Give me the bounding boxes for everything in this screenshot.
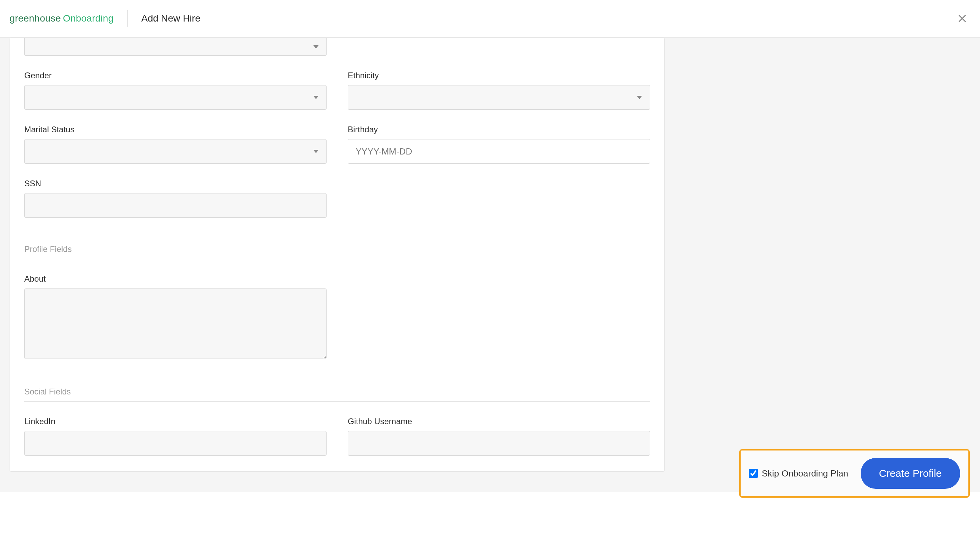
about-label: About [24, 274, 326, 284]
birthday-input[interactable] [348, 139, 650, 164]
close-button[interactable] [956, 12, 968, 25]
gender-select[interactable] [24, 85, 326, 110]
skip-onboarding-checkbox[interactable] [749, 469, 758, 478]
marital-status-select[interactable] [24, 139, 326, 164]
ssn-label: SSN [24, 179, 326, 188]
brand-divider [127, 10, 127, 27]
footer-actions: Skip Onboarding Plan Create Profile [739, 449, 970, 498]
unknown-select-clipped[interactable] [24, 38, 326, 56]
create-profile-button[interactable]: Create Profile [861, 458, 960, 489]
section-social-fields: Social Fields [24, 387, 650, 402]
chevron-down-icon [313, 96, 319, 99]
ssn-input[interactable] [24, 193, 326, 218]
brand-logo: greenhouse Onboarding [10, 13, 113, 24]
birthday-label: Birthday [348, 125, 650, 134]
about-textarea[interactable] [24, 289, 326, 359]
github-label: Github Username [348, 417, 650, 426]
skip-onboarding-wrap[interactable]: Skip Onboarding Plan [749, 468, 848, 479]
brand-text-greenhouse: greenhouse [10, 13, 61, 24]
form-panel: Gender Ethnicity Marital Status [10, 38, 665, 472]
page-canvas: Gender Ethnicity Marital Status [0, 38, 980, 492]
linkedin-input[interactable] [24, 431, 326, 455]
chevron-down-icon [313, 45, 319, 49]
close-icon [957, 13, 967, 24]
linkedin-label: LinkedIn [24, 417, 326, 426]
github-username-input[interactable] [348, 431, 650, 455]
gender-label: Gender [24, 71, 326, 80]
page-title: Add New Hire [141, 13, 200, 24]
section-profile-fields: Profile Fields [24, 244, 650, 259]
skip-onboarding-label: Skip Onboarding Plan [762, 468, 848, 479]
top-bar: greenhouse Onboarding Add New Hire [0, 0, 980, 38]
chevron-down-icon [637, 96, 642, 99]
ethnicity-label: Ethnicity [348, 71, 650, 80]
ethnicity-select[interactable] [348, 85, 650, 110]
chevron-down-icon [313, 150, 319, 153]
brand-text-onboarding: Onboarding [63, 13, 113, 24]
marital-status-label: Marital Status [24, 125, 326, 134]
